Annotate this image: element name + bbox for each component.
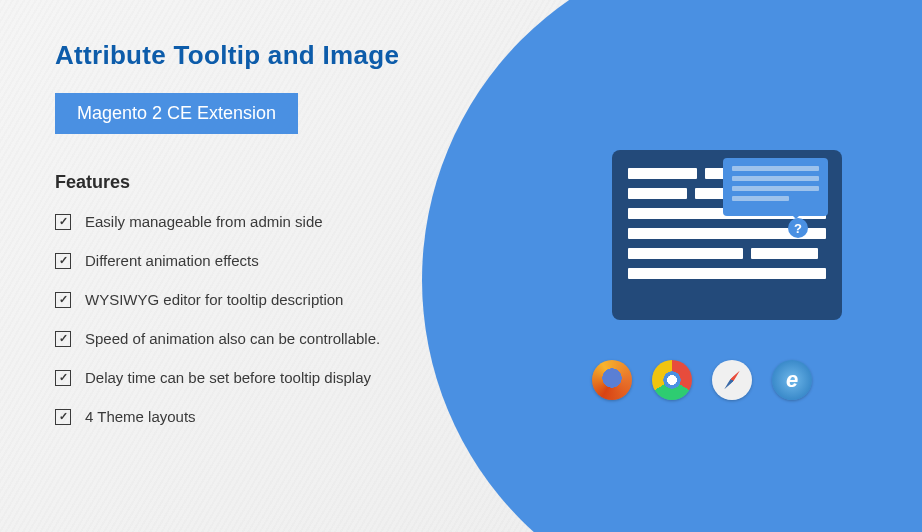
extension-badge: Magento 2 CE Extension [55, 93, 298, 134]
chrome-icon [652, 360, 692, 400]
feature-text: Different animation effects [85, 252, 259, 269]
feature-item: Delay time can be set before tooltip dis… [55, 369, 520, 386]
feature-text: Speed of animation also can be controlla… [85, 330, 380, 347]
page-title: Attribute Tooltip and Image [55, 40, 520, 71]
main-content: Attribute Tooltip and Image Magento 2 CE… [0, 0, 520, 425]
feature-text: Delay time can be set before tooltip dis… [85, 369, 371, 386]
check-icon [55, 409, 71, 425]
check-icon [55, 370, 71, 386]
feature-item: WYSIWYG editor for tooltip description [55, 291, 520, 308]
ie-icon [772, 360, 812, 400]
feature-item: 4 Theme layouts [55, 408, 520, 425]
feature-item: Speed of animation also can be controlla… [55, 330, 520, 347]
feature-text: Easily manageable from admin side [85, 213, 323, 230]
safari-icon [712, 360, 752, 400]
firefox-icon [592, 360, 632, 400]
feature-text: WYSIWYG editor for tooltip description [85, 291, 343, 308]
check-icon [55, 214, 71, 230]
check-icon [55, 253, 71, 269]
help-icon: ? [788, 218, 808, 238]
feature-item: Different animation effects [55, 252, 520, 269]
check-icon [55, 331, 71, 347]
browser-icons [592, 360, 812, 400]
feature-item: Easily manageable from admin side [55, 213, 520, 230]
features-list: Easily manageable from admin side Differ… [55, 213, 520, 425]
feature-text: 4 Theme layouts [85, 408, 196, 425]
tooltip-bubble-icon: ? [723, 158, 828, 216]
form-tooltip-illustration: ? [612, 150, 842, 320]
check-icon [55, 292, 71, 308]
features-heading: Features [55, 172, 520, 193]
